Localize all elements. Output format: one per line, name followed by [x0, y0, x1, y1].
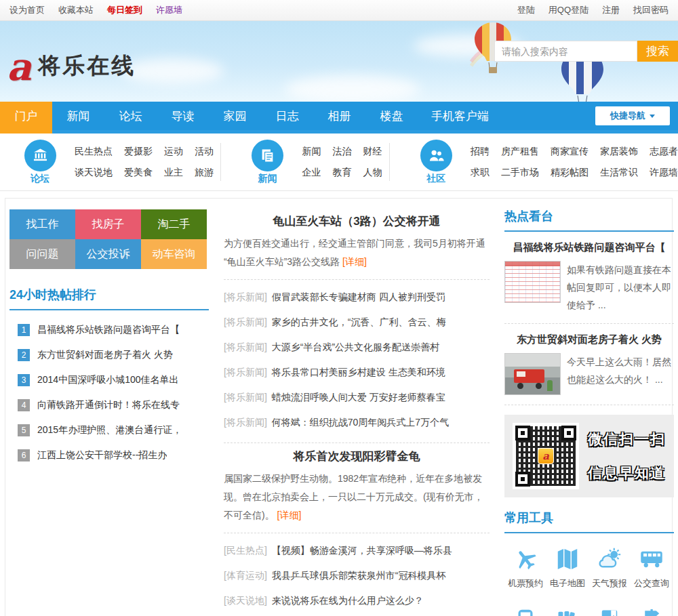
site-logo[interactable]: a 将乐在线 [7, 51, 136, 81]
link-yundong[interactable]: 运动 [164, 146, 183, 158]
wish-wall-link[interactable]: 许愿墙 [156, 4, 182, 16]
link-xinwen[interactable]: 新闻 [302, 146, 321, 158]
news-section: 新闻 新闻 法治 财经 企业 教育 人物 [228, 138, 382, 186]
set-homepage-link[interactable]: 设为首页 [9, 4, 45, 16]
link-yezhu[interactable]: 业主 [164, 167, 183, 179]
detail-link[interactable]: [详细] [342, 256, 367, 267]
bus-complaint-button[interactable]: 公交投诉 [75, 239, 141, 269]
news-item[interactable]: [将乐新闻]将乐县常口村美丽乡村建设 生态美和环境 [224, 359, 490, 384]
news-item[interactable]: [将乐新闻]假冒武装部长专骗建材商 四人被判刑受罚 [224, 284, 490, 309]
tool-travel-guide[interactable]: 旅游攻略 [589, 607, 631, 616]
link-fangchanzushou[interactable]: 房产租售 [501, 146, 539, 158]
link-shangjiaxuanchuan[interactable]: 商家宣传 [551, 146, 589, 158]
link-tantianshuodi[interactable]: 谈天说地 [75, 167, 113, 179]
find-job-button[interactable]: 找工作 [9, 209, 75, 239]
news-item[interactable]: [民生热点]【视频】畅游金溪河，共享深呼吸—将乐县 [224, 537, 490, 562]
forum-section-icon[interactable]: 论坛 [15, 140, 65, 185]
link-minsheng-redian[interactable]: 民生热点 [75, 146, 113, 158]
link-aimeishi[interactable]: 爱美食 [124, 167, 153, 179]
link-qiye[interactable]: 企业 [302, 167, 321, 179]
tool-bus-inquiry[interactable]: 公交查询 [631, 547, 673, 590]
link-huodong[interactable]: 活动 [195, 146, 214, 158]
login-link[interactable]: 登陆 [517, 4, 535, 16]
search-input[interactable] [494, 41, 637, 62]
nav-tab-album[interactable]: 相册 [313, 102, 365, 130]
link-fazhi[interactable]: 法治 [333, 146, 352, 158]
news-title: 假冒武装部长专骗建材商 四人被判刑受罚 [272, 291, 445, 302]
news-item[interactable]: [将乐新闻]何将斌：组织抗战70周年阅兵式上7万个气 [224, 409, 490, 434]
rank-badge: 2 [18, 349, 30, 361]
news-item[interactable]: [体育运动]我县乒乓球俱乐部荣获泉州市“冠科模具杯 [224, 562, 490, 588]
link-zhaopin[interactable]: 招聘 [471, 146, 490, 158]
hot-item: 如果有铁路问题直接在本帖回复即可，以便本人即使给予 ... [504, 261, 674, 314]
secondhand-button[interactable]: 淘二手 [141, 209, 207, 239]
news-tag: [体育运动] [224, 570, 267, 581]
bookmark-site-link[interactable]: 收藏本站 [58, 4, 94, 16]
link-caijing[interactable]: 财经 [363, 146, 382, 158]
nav-tab-news[interactable]: 新闻 [52, 102, 104, 130]
link-renwu[interactable]: 人物 [363, 167, 382, 179]
link-ershoushichang[interactable]: 二手市场 [501, 167, 539, 179]
link-jiaoyu[interactable]: 教育 [333, 167, 352, 179]
link-xuyuanqiang[interactable]: 许愿墙 [650, 167, 678, 179]
rank-badge: 5 [18, 424, 30, 436]
nav-tab-forum[interactable]: 论坛 [104, 102, 157, 130]
news-item[interactable]: [将乐新闻]家乡的古井文化，“沉香、广利、含云、梅 [224, 309, 490, 334]
tool-travel-qa[interactable]: 旅游问答 [546, 607, 589, 616]
ask-question-button[interactable]: 问问题 [9, 239, 75, 269]
tool-train-inquiry[interactable]: 动车咨询 [504, 607, 546, 616]
link-qiuzhi[interactable]: 求职 [471, 167, 490, 179]
hot-post-item[interactable]: 5 2015年办理护照、港澳台通行证， [9, 417, 213, 443]
hot-post-item[interactable]: 4 向莆铁路开通倒计时！将乐在线专 [9, 392, 213, 417]
search-button[interactable]: 搜索 [637, 41, 678, 62]
tool-weather-forecast[interactable]: 天气预报 [589, 547, 631, 590]
register-link[interactable]: 注册 [602, 4, 620, 16]
link-lvyou[interactable]: 旅游 [195, 167, 214, 179]
detail-link[interactable]: [详细] [277, 510, 302, 520]
timetable-thumbnail[interactable] [504, 261, 561, 303]
nav-tab-portal[interactable]: 门户 [0, 102, 52, 130]
featured-article-title-2[interactable]: 将乐首次发现阳彩臂金龟 [224, 449, 490, 464]
nav-tab-mobile-client[interactable]: 手机客户端 [418, 102, 502, 130]
tool-flight-booking[interactable]: 机票预约 [504, 547, 546, 590]
nav-tab-guide[interactable]: 导读 [157, 102, 209, 130]
hot-post-item[interactable]: 3 2014中国深呼吸小城100佳名单出 [9, 367, 213, 392]
link-jingcaitietu[interactable]: 精彩帖图 [551, 167, 589, 179]
nav-tab-property[interactable]: 楼盘 [365, 102, 418, 130]
train-inquiry-button[interactable]: 动车咨询 [141, 239, 207, 269]
link-aisheying[interactable]: 爱摄影 [124, 146, 153, 158]
link-zhiyuanzhe[interactable]: 志愿者 [650, 146, 678, 158]
nav-tab-home[interactable]: 家园 [209, 102, 261, 130]
community-section-icon[interactable]: 社区 [411, 140, 461, 185]
qr-caption-line2: 信息早知道 [588, 464, 666, 482]
news-item[interactable]: [将乐新闻]大源乡“半台戏”公共文化服务配送崇善村 [224, 334, 490, 359]
featured-article-title[interactable]: 龟山至火车站（3路）公交将开通 [224, 213, 490, 229]
link-jiajuzhuangshi[interactable]: 家居装饰 [600, 146, 638, 158]
link-shenghuochangshi[interactable]: 生活常识 [600, 167, 638, 179]
find-house-button[interactable]: 找房子 [75, 209, 141, 239]
tool-electronic-map[interactable]: 电子地图 [546, 547, 589, 590]
news-icon [252, 140, 283, 171]
qr-caption: 微信扫一扫 信息早知道 [588, 430, 666, 482]
news-tag: [将乐新闻] [224, 291, 267, 302]
daily-signin-link[interactable]: 每日签到 [107, 4, 142, 16]
hot-post-item[interactable]: 2 东方世贸斜对面老房子着火 火势 [9, 342, 213, 367]
quick-nav-button[interactable]: 快捷导航 [595, 106, 670, 125]
nav-tab-blog[interactable]: 日志 [261, 102, 313, 130]
qq-login-link[interactable]: 用QQ登陆 [549, 4, 589, 16]
news-section-icon[interactable]: 新闻 [243, 140, 293, 185]
news-list-1: [将乐新闻]假冒武装部长专骗建材商 四人被判刑受罚 [将乐新闻]家乡的古井文化，… [224, 284, 490, 434]
hot-post-item[interactable]: 6 江西上饶公安干部学校--招生办 [9, 443, 213, 468]
community-section: 社区 招聘 房产租售 商家宣传 家居装饰 志愿者 求职 二手市场 精彩帖图 生活… [396, 138, 678, 186]
recover-password-link[interactable]: 找回密码 [633, 4, 669, 16]
topbar-left-links: 设为首页 收藏本站 每日签到 许愿墙 [0, 4, 192, 16]
hot-item-title[interactable]: 东方世贸斜对面老房子着火 火势 [504, 333, 674, 346]
news-item[interactable]: [将乐新闻]蜡烛流泪呼唤人间大爱 万安好老师蔡春宝 [224, 384, 490, 409]
fire-photo-thumbnail[interactable] [504, 353, 561, 395]
hot-post-item[interactable]: 1 昌福线将乐站铁路问题咨询平台【 [9, 317, 213, 342]
news-item[interactable]: [谈天说地]你们喜欢吃沙县的拌面吗？ [224, 613, 490, 616]
news-tag: [将乐新闻] [224, 316, 267, 327]
news-item[interactable]: [谈天说地]来说说将乐在线为什么用户这么少？ [224, 588, 490, 613]
tool-scenic-travelogue[interactable]: 景点游记 [631, 607, 673, 616]
hot-item-title[interactable]: 昌福线将乐站铁路问题咨询平台【 [504, 241, 674, 254]
